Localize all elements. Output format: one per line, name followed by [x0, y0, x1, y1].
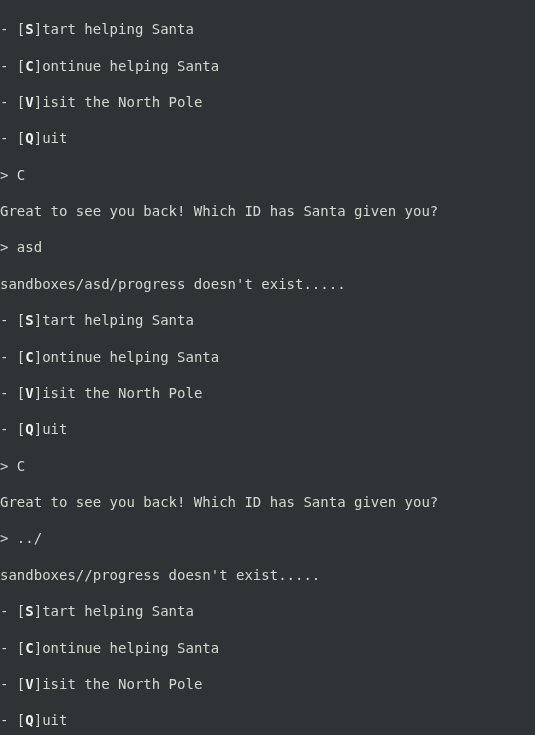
menu-key-s: S: [25, 603, 33, 619]
menu-visit: - [V]isit the North Pole: [0, 675, 535, 693]
menu-key-v: V: [25, 385, 33, 401]
menu-key-c: C: [25, 640, 33, 656]
terminal-output[interactable]: - [S]tart helping Santa - [C]ontinue hel…: [0, 2, 535, 735]
menu-key-c: C: [25, 58, 33, 74]
user-input-1: > asd: [0, 238, 535, 256]
menu-visit: - [V]isit the North Pole: [0, 93, 535, 111]
menu-start: - [S]tart helping Santa: [0, 311, 535, 329]
menu-continue: - [C]ontinue helping Santa: [0, 57, 535, 75]
menu-key-q: Q: [25, 712, 33, 728]
prompt-choice: > C: [0, 457, 535, 475]
error-2: sandboxes//progress doesn't exist.....: [0, 566, 535, 584]
menu-key-s: S: [25, 312, 33, 328]
menu-key-v: V: [25, 94, 33, 110]
menu-key-c: C: [25, 349, 33, 365]
menu-quit: - [Q]uit: [0, 711, 535, 729]
menu-start: - [S]tart helping Santa: [0, 602, 535, 620]
error-1: sandboxes/asd/progress doesn't exist....…: [0, 275, 535, 293]
menu-continue: - [C]ontinue helping Santa: [0, 348, 535, 366]
welcome-back-text: Great to see you back! Which ID has Sant…: [0, 493, 535, 511]
menu-start: - [S]tart helping Santa: [0, 20, 535, 38]
menu-quit: - [Q]uit: [0, 420, 535, 438]
menu-key-q: Q: [25, 421, 33, 437]
menu-key-v: V: [25, 676, 33, 692]
menu-key-s: S: [25, 21, 33, 37]
welcome-back-text: Great to see you back! Which ID has Sant…: [0, 202, 535, 220]
menu-key-q: Q: [25, 130, 33, 146]
prompt-choice: > C: [0, 166, 535, 184]
user-input-2: > ../: [0, 529, 535, 547]
menu-quit: - [Q]uit: [0, 129, 535, 147]
menu-visit: - [V]isit the North Pole: [0, 384, 535, 402]
menu-continue: - [C]ontinue helping Santa: [0, 639, 535, 657]
